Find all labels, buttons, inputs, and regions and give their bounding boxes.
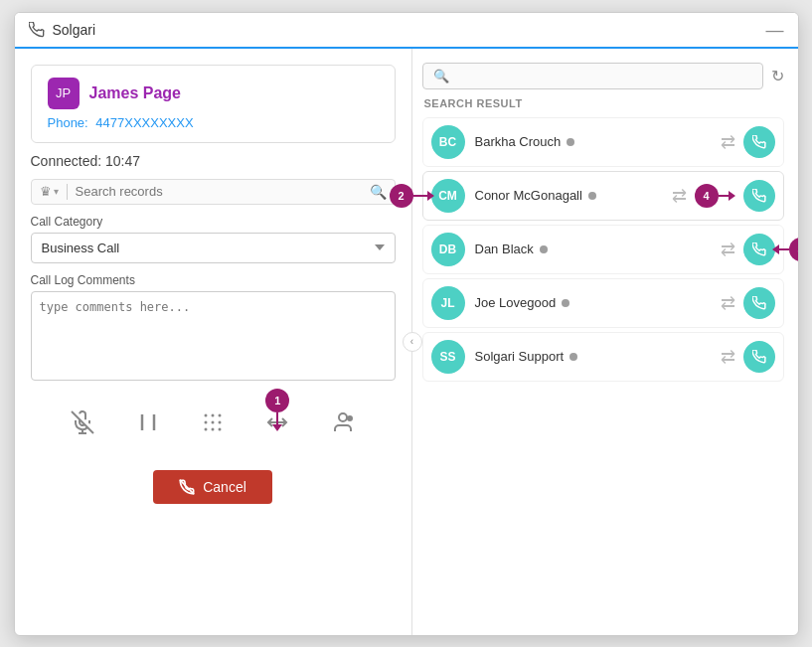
avatar-initials: JP — [56, 85, 71, 100]
status-dot — [562, 299, 569, 307]
name-text: Dan Black — [475, 242, 534, 256]
avatar-initials: CM — [438, 189, 457, 203]
contact-info: Joe Lovegood — [475, 295, 721, 310]
call-icon — [752, 135, 766, 149]
contact-card: JP James Page Phone: 4477XXXXXXXX — [31, 65, 396, 143]
contact-item-name: Conor McGonagall — [475, 188, 672, 203]
call-category-select[interactable]: Business Call Personal Call Support Call — [31, 233, 396, 263]
transfer-contact-button[interactable]: ⇄ — [721, 239, 735, 260]
avatar-initials: BC — [439, 135, 456, 149]
app-title: Solgari — [53, 22, 96, 38]
contact-name-row: JP James Page — [48, 78, 379, 109]
contact-list: BC Barkha Crouch ⇄ — [422, 117, 784, 382]
avatar-initials: JL — [440, 296, 454, 310]
call-icon — [752, 296, 766, 310]
svg-point-6 — [211, 413, 214, 416]
call-contact-button[interactable] — [743, 341, 775, 373]
item-actions-inner: ⇄ 4 — [672, 180, 775, 212]
svg-point-15 — [339, 413, 347, 421]
call-category-section: Call Category Business Call Personal Cal… — [31, 215, 396, 263]
connected-time: Connected: 10:47 — [31, 153, 396, 169]
avatar-initials: SS — [439, 350, 455, 364]
transfer-contact-button[interactable]: ⇄ — [672, 185, 687, 207]
badge-3: 3 — [789, 238, 799, 261]
list-item: SS Solgari Support ⇄ — [422, 332, 784, 382]
search-input[interactable] — [76, 184, 364, 199]
mute-button[interactable] — [71, 410, 94, 434]
search-button[interactable]: 🔍 — [370, 184, 387, 200]
hold-button[interactable] — [136, 410, 160, 434]
item-actions: ⇄ — [721, 126, 775, 158]
phone-label: Phone: — [48, 115, 88, 130]
svg-point-5 — [204, 413, 207, 416]
phone-icon — [29, 22, 45, 38]
refresh-button[interactable]: ↻ — [771, 67, 784, 85]
contact-info: Solgari Support — [475, 349, 721, 364]
avatar: DB — [431, 233, 465, 266]
badge-3-container: 3 — [772, 238, 799, 261]
keypad-icon — [201, 410, 225, 434]
list-item: 2 CM Conor McGonagall — [422, 171, 784, 221]
svg-point-16 — [348, 416, 352, 420]
badge-3-arrow — [772, 244, 789, 254]
svg-point-7 — [218, 413, 221, 416]
status-dot — [569, 353, 577, 361]
item-actions: ⇄ — [721, 341, 775, 373]
contact-icon — [331, 410, 355, 434]
list-item: DB Dan Black ⇄ — [422, 225, 784, 274]
app-window: Solgari — JP James Page Phone: 4477XXXXX… — [14, 12, 799, 636]
avatar-initials: DB — [439, 243, 456, 256]
right-panel: ‹ 🔍 ↻ SEARCH RESULT BC — [412, 49, 798, 635]
call-category-label: Call Category — [31, 215, 396, 229]
call-icon — [752, 243, 766, 256]
svg-point-11 — [204, 427, 207, 430]
call-button-wrapper: 3 — [743, 234, 775, 265]
contact-info: Barkha Crouch — [475, 134, 721, 149]
section-label: SEARCH RESULT — [422, 97, 784, 109]
transfer-contact-button[interactable]: ⇄ — [721, 292, 735, 314]
call-icon — [752, 189, 766, 203]
transfer-button[interactable]: 1 — [265, 410, 289, 434]
avatar: CM — [431, 179, 465, 213]
name-text: Joe Lovegood — [475, 295, 557, 310]
transfer-contact-button[interactable]: ⇄ — [721, 346, 735, 368]
svg-point-9 — [211, 420, 214, 423]
call-contact-button[interactable] — [743, 126, 775, 158]
transfer-contact-button[interactable]: ⇄ — [721, 131, 735, 153]
call-log-label: Call Log Comments — [31, 273, 396, 287]
search-type-icon: ♛ ▾ — [40, 184, 59, 199]
keypad-button[interactable] — [201, 410, 225, 434]
right-search-input[interactable] — [449, 69, 752, 83]
avatar: JL — [431, 286, 465, 320]
contact-button[interactable] — [331, 410, 355, 434]
right-search-icon: 🔍 — [433, 69, 449, 83]
cancel-button[interactable]: Cancel — [153, 470, 272, 504]
badge-1-arrow — [272, 424, 282, 431]
comments-textarea[interactable] — [31, 291, 396, 381]
cancel-button-label: Cancel — [203, 479, 246, 495]
contact-info: Dan Black — [475, 242, 721, 256]
call-contact-button[interactable] — [743, 234, 775, 265]
svg-point-10 — [218, 420, 221, 423]
contact-name: James Page — [89, 84, 182, 102]
badge-1: 1 — [265, 389, 289, 412]
call-contact-button[interactable] — [743, 287, 775, 319]
collapse-panel-button[interactable]: ‹ — [403, 332, 422, 352]
action-buttons-row: 1 — [31, 395, 396, 442]
call-contact-button[interactable] — [743, 180, 775, 212]
right-search-row: 🔍 ↻ — [422, 63, 784, 89]
list-item: BC Barkha Crouch ⇄ — [422, 117, 784, 167]
status-dot — [540, 245, 548, 253]
badge-2-arrow — [413, 191, 434, 201]
avatar: BC — [431, 125, 465, 159]
title-bar-left: Solgari — [29, 22, 96, 38]
call-icon — [752, 350, 766, 364]
minimize-button[interactable]: — — [766, 21, 784, 39]
avatar: JP — [48, 78, 80, 109]
name-text: Conor McGonagall — [475, 188, 582, 203]
name-text: Barkha Crouch — [475, 134, 562, 149]
search-divider — [67, 184, 68, 200]
badge-4-arrow — [719, 191, 735, 201]
svg-point-8 — [204, 420, 207, 423]
item-actions: ⇄ — [721, 234, 775, 265]
